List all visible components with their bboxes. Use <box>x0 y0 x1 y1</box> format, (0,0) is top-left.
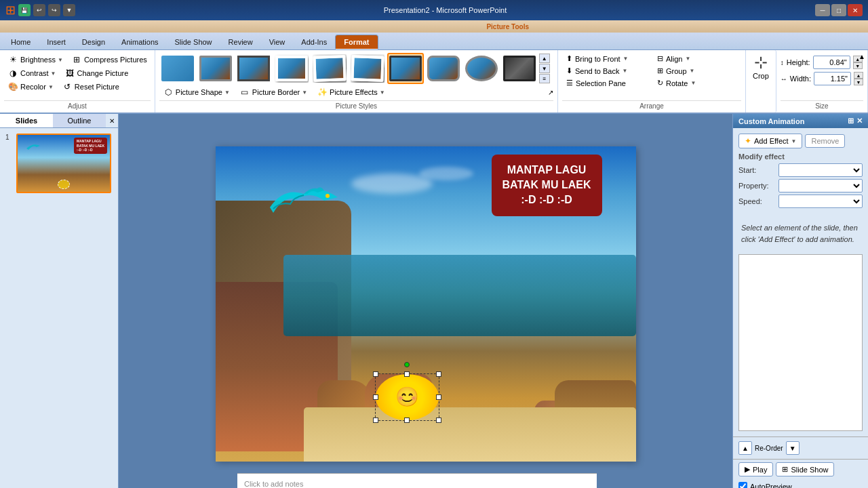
reorder-up-btn[interactable]: ▲ <box>738 441 752 455</box>
tab-design[interactable]: Design <box>74 35 113 49</box>
picture-effects-btn[interactable]: ✨ Picture Effects ▼ <box>313 85 389 99</box>
remove-btn[interactable]: Remove <box>805 134 845 148</box>
slide-number-1: 1 <box>5 134 14 141</box>
style-2[interactable] <box>197 53 234 84</box>
start-label: Start: <box>738 166 776 174</box>
width-up[interactable]: ▲ <box>854 72 863 79</box>
send-to-back-btn[interactable]: ⬇ Send to Back ▼ <box>562 65 650 77</box>
rotate-btn[interactable]: ↻ Rotate ▼ <box>653 77 741 89</box>
close-btn[interactable]: ✕ <box>848 4 863 16</box>
compress-pictures-btn[interactable]: ⊞ Compress Pictures <box>68 53 151 66</box>
tab-addins[interactable]: Add-Ins <box>293 35 335 49</box>
style-3[interactable] <box>235 53 272 84</box>
handle-mr[interactable] <box>436 394 441 400</box>
speed-select[interactable] <box>778 195 863 208</box>
group-btn[interactable]: ⊞ Group ▼ <box>653 65 741 77</box>
property-row: Property: <box>738 179 863 192</box>
recolor-icon: 🎨 <box>7 81 18 92</box>
slide-thumbnail-1[interactable]: MANTAP LAGUBATAK MU LAEK:-D :-D :-D <box>16 134 111 193</box>
effect-buttons-row: ✦ Add Effect ▼ Remove <box>738 134 863 148</box>
picture-effects-icon: ✨ <box>317 87 328 98</box>
height-down[interactable]: ▼ <box>853 62 863 69</box>
picture-shape-btn[interactable]: ⬡ Picture Shape ▼ <box>159 85 233 99</box>
animation-body: ✦ Add Effect ▼ Remove Modify effect Star… <box>733 128 868 436</box>
selection-pane-btn[interactable]: ☰ Selection Pane <box>562 77 650 89</box>
tab-slideshow[interactable]: Slide Show <box>167 35 220 49</box>
handle-tr[interactable] <box>436 371 441 377</box>
style-9[interactable] <box>463 53 500 84</box>
eagle-svg <box>256 174 344 228</box>
handle-bl[interactable] <box>373 418 378 423</box>
window-controls-left[interactable]: ⊞ 💾 ↩ ↪ ▼ <box>5 3 75 18</box>
quick-save-btn[interactable]: 💾 <box>18 4 31 16</box>
reset-picture-btn[interactable]: ↺ Reset Picture <box>58 80 123 94</box>
autopreview-row: AutoPreview <box>733 479 868 488</box>
picture-options-row: ⬡ Picture Shape ▼ ▭ Picture Border ▼ ✨ P… <box>159 84 553 100</box>
tab-animations[interactable]: Animations <box>113 35 166 49</box>
crop-btn[interactable]: ⊹ Crop <box>746 50 776 113</box>
style-7[interactable] <box>387 53 424 84</box>
reorder-down-btn[interactable]: ▼ <box>786 441 800 455</box>
style-1[interactable] <box>159 53 196 84</box>
rotate-handle[interactable] <box>404 362 410 367</box>
play-btn[interactable]: ▶ Play <box>738 462 773 476</box>
handle-tl[interactable] <box>373 371 378 377</box>
star-icon: ✦ <box>745 136 751 146</box>
handle-tm[interactable] <box>404 371 410 377</box>
styles-scroll-more[interactable]: ≡ <box>539 74 550 83</box>
width-down[interactable]: ▼ <box>854 79 863 85</box>
style-5[interactable] <box>311 53 348 84</box>
animation-expand-icon[interactable]: ⊞ <box>848 117 854 125</box>
handle-bm[interactable] <box>404 418 410 423</box>
tab-review[interactable]: Review <box>220 35 261 49</box>
tab-view[interactable]: View <box>261 35 294 49</box>
width-input[interactable] <box>814 72 851 85</box>
group-icon: ⊞ <box>657 66 663 75</box>
brightness-btn[interactable]: ☀ Brightness ▼ <box>4 53 66 66</box>
contrast-btn[interactable]: ◑ Contrast ▼ <box>4 66 60 80</box>
speed-row: Speed: <box>738 195 863 208</box>
style-6[interactable] <box>349 53 386 84</box>
styles-scroll[interactable]: ▲ ▼ ≡ <box>539 54 550 83</box>
ribbon-minimize-btn[interactable]: ▲ <box>859 53 865 60</box>
slide-canvas-area: MANTAP LAGU BATAK MU LAEK :-D :-D :-D 😊 … <box>119 114 732 488</box>
styles-scroll-up[interactable]: ▲ <box>539 54 550 63</box>
property-select[interactable] <box>778 179 863 192</box>
maximize-btn[interactable]: □ <box>831 4 846 16</box>
tab-format[interactable]: Format <box>335 35 378 49</box>
handle-ml[interactable] <box>373 394 378 400</box>
slide-textbox[interactable]: MANTAP LAGU BATAK MU LAEK :-D :-D :-D <box>492 155 602 216</box>
minimize-btn[interactable]: ─ <box>815 4 830 16</box>
autopreview-checkbox[interactable] <box>738 482 747 488</box>
width-spinner: ▲ ▼ <box>854 72 863 85</box>
change-picture-btn[interactable]: 🖼 Change Picture <box>61 66 132 80</box>
style-10[interactable] <box>501 53 538 84</box>
notes-area[interactable]: Click to add notes <box>237 473 597 488</box>
height-input[interactable] <box>813 56 850 69</box>
style-8[interactable] <box>425 53 462 84</box>
recolor-btn[interactable]: 🎨 Recolor ▼ <box>4 80 57 94</box>
bring-to-front-btn[interactable]: ⬆ Bring to Front ▼ <box>562 53 650 64</box>
slideshow-btn[interactable]: ⊞ Slide Show <box>776 462 834 476</box>
styles-scroll-down[interactable]: ▼ <box>539 64 550 73</box>
play-icon: ▶ <box>745 465 750 474</box>
send-to-back-icon: ⬇ <box>566 66 572 75</box>
slides-tab[interactable]: Slides <box>0 114 53 127</box>
animation-close-icon[interactable]: ✕ <box>856 117 863 125</box>
dropdown-btn[interactable]: ▼ <box>63 4 75 16</box>
window-controls-right[interactable]: ─ □ ✕ <box>815 4 863 16</box>
tab-home[interactable]: Home <box>3 35 39 49</box>
handle-br[interactable] <box>436 418 441 423</box>
style-4[interactable] <box>273 53 310 84</box>
styles-expand-icon[interactable]: ↗ <box>548 89 553 96</box>
tab-insert[interactable]: Insert <box>39 35 74 49</box>
outline-tab[interactable]: Outline <box>53 114 106 127</box>
add-effect-btn[interactable]: ✦ Add Effect ▼ <box>738 134 802 148</box>
picture-border-btn[interactable]: ▭ Picture Border ▼ <box>236 85 311 99</box>
start-select[interactable] <box>778 163 863 177</box>
selected-object[interactable]: 😊 <box>375 373 439 421</box>
align-btn[interactable]: ⊟ Align ▼ <box>653 53 741 64</box>
redo-btn[interactable]: ↪ <box>48 4 60 16</box>
undo-btn[interactable]: ↩ <box>33 4 45 16</box>
slides-panel-close[interactable]: ✕ <box>106 114 118 127</box>
